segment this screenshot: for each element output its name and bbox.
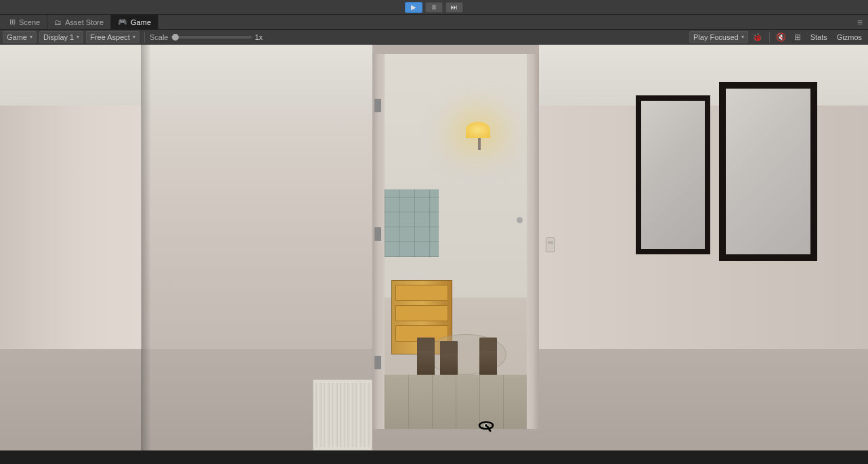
corridor-shadow-left [141,45,151,450]
tab-scene-label: Scene [19,18,40,26]
tab-scene[interactable]: ⊞ Scene [3,15,47,30]
chair-2 [440,341,458,375]
tab-game-label: Game [131,18,151,26]
room-beyond [385,54,527,429]
chair-1 [417,338,435,375]
bug-icon-button[interactable]: 🐞 [751,31,764,43]
picture-frame-1 [636,95,710,254]
display-label: Display 1 [43,33,74,41]
play-focused-dropdown[interactable]: Play Focused ▾ [689,31,748,43]
door-frame-right [527,45,539,429]
lamp-shade [466,122,490,138]
picture-frame-2 [719,82,817,261]
stats-button[interactable]: Stats [807,31,831,43]
door-knob [517,217,523,223]
radiator-fin-7 [364,383,370,447]
door-hinge-bottom [374,356,381,369]
top-toolbar: ▶ ⏸ ⏭ [0,0,868,15]
scale-thumb [172,34,179,41]
play-focused-arrow-icon: ▾ [741,34,744,40]
wall-lamp [466,122,493,156]
radiator-fin-3 [332,383,338,447]
tab-asset-store[interactable]: 🗂 Asset Store [47,15,111,30]
tab-game[interactable]: 🎮 Game [111,15,158,30]
scale-container: Scale 1x [150,33,263,41]
tab-asset-store-label: Asset Store [65,18,104,26]
grid-button[interactable]: ⊞ [791,31,804,43]
radiator-fin-1 [316,383,322,447]
mode-label: Game [7,33,27,41]
cabinet-drawer-2 [395,305,448,321]
scale-value: 1x [255,33,263,41]
aspect-arrow-icon: ▾ [133,34,135,40]
tab-more-button[interactable]: ≡ [852,17,868,28]
switch-plate [548,241,553,244]
options-bar: Game ▾ Display 1 ▾ Free Aspect ▾ Scale 1… [0,30,868,45]
game-icon: 🎮 [118,18,127,26]
radiator-fins-container [313,380,372,450]
scene-render [0,45,868,450]
scale-slider[interactable] [171,36,252,39]
chair-2-back [440,341,458,354]
separator-2 [769,32,770,43]
cabinet-drawer-1 [395,285,448,301]
door-hinge-mid [374,227,381,241]
lamp-base [478,138,481,150]
chair-3-back [479,338,497,351]
aspect-dropdown[interactable]: Free Aspect ▾ [86,31,139,43]
scale-label: Scale [150,33,169,41]
display-arrow-icon: ▾ [77,34,79,40]
picture-frame-2-content [726,89,810,254]
chair-3 [479,338,497,375]
radiator-fin-2 [324,383,330,447]
radiator-fin-4 [340,383,346,447]
aspect-label: Free Aspect [90,33,130,41]
asset-store-icon: 🗂 [54,18,62,26]
separator-1 [144,32,145,43]
play-button[interactable]: ▶ [405,2,422,13]
room-floor-tiles [385,375,527,429]
chair-1-back [417,338,435,351]
step-button[interactable]: ⏭ [446,2,463,13]
radiator-fin-5 [347,383,353,447]
light-switch [546,237,555,252]
mode-arrow-icon: ▾ [30,34,32,40]
door-frame-top [372,45,539,54]
pause-button[interactable]: ⏸ [425,2,443,13]
kitchen-tiles [385,189,439,257]
game-viewport[interactable] [0,45,868,450]
play-focused-label: Play Focused [693,33,739,41]
door-hinge-top [374,99,381,112]
display-dropdown[interactable]: Display 1 ▾ [39,31,83,43]
right-options: Play Focused ▾ 🐞 🔇 ⊞ Stats Gizmos [689,31,865,43]
scene-icon: ⊞ [9,18,16,26]
gizmos-button[interactable]: Gizmos [833,31,865,43]
mode-dropdown[interactable]: Game ▾ [3,31,37,43]
mute-button[interactable]: 🔇 [775,31,788,43]
radiator-fin-6 [355,383,362,447]
radiator [313,379,372,450]
tab-bar: ⊞ Scene 🗂 Asset Store 🎮 Game ≡ [0,15,868,30]
picture-frame-1-content [641,101,705,249]
room-back-wall [385,54,527,298]
